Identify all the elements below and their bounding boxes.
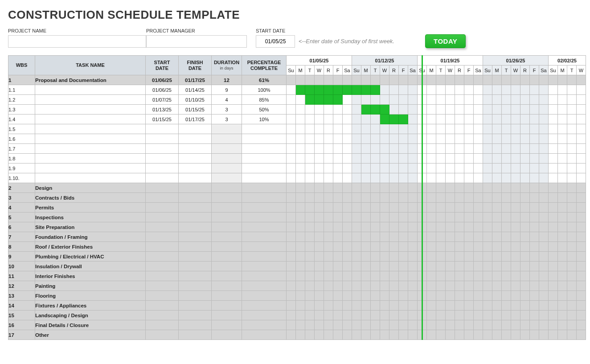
gantt-cell[interactable]	[352, 193, 361, 203]
gantt-cell[interactable]	[389, 232, 399, 242]
gantt-cell[interactable]	[361, 164, 371, 173]
gantt-cell[interactable]	[361, 330, 371, 340]
gantt-cell[interactable]	[333, 242, 343, 252]
gantt-cell[interactable]	[371, 134, 380, 144]
gantt-cell[interactable]	[324, 203, 333, 213]
gantt-cell[interactable]	[502, 301, 511, 311]
gantt-cell[interactable]	[305, 105, 315, 115]
cell-start[interactable]	[146, 173, 179, 183]
gantt-cell[interactable]	[296, 173, 305, 183]
gantt-cell[interactable]	[502, 95, 511, 105]
gantt-cell[interactable]	[558, 252, 567, 262]
gantt-cell[interactable]	[455, 203, 464, 213]
gantt-cell[interactable]	[287, 193, 296, 203]
gantt-cell[interactable]	[324, 330, 333, 340]
gantt-cell[interactable]	[324, 124, 333, 134]
gantt-cell[interactable]	[352, 213, 361, 222]
gantt-cell[interactable]	[502, 311, 511, 320]
gantt-cell[interactable]	[558, 232, 567, 242]
gantt-cell[interactable]	[511, 85, 520, 95]
gantt-cell[interactable]	[352, 183, 361, 193]
gantt-cell[interactable]	[408, 311, 418, 320]
gantt-cell[interactable]	[530, 183, 539, 193]
cell-start[interactable]	[146, 291, 179, 301]
table-row[interactable]: 5Inspections	[8, 213, 586, 222]
gantt-cell[interactable]	[567, 115, 577, 124]
gantt-cell[interactable]	[361, 281, 371, 291]
gantt-cell[interactable]	[492, 75, 502, 85]
gantt-cell[interactable]	[389, 291, 399, 301]
gantt-cell[interactable]	[315, 85, 324, 95]
gantt-cell[interactable]	[567, 203, 577, 213]
cell-finish[interactable]	[179, 252, 212, 262]
cell-finish[interactable]	[179, 124, 212, 134]
cell-start[interactable]	[146, 213, 179, 222]
gantt-cell[interactable]	[502, 115, 511, 124]
gantt-cell[interactable]	[380, 242, 389, 252]
cell-wbs[interactable]: 16	[8, 320, 35, 330]
gantt-cell[interactable]	[436, 262, 446, 271]
gantt-cell[interactable]	[361, 134, 371, 144]
gantt-cell[interactable]	[520, 330, 530, 340]
gantt-cell[interactable]	[549, 95, 558, 105]
cell-wbs[interactable]: 7	[8, 232, 35, 242]
gantt-cell[interactable]	[380, 311, 389, 320]
gantt-cell[interactable]	[446, 330, 455, 340]
gantt-cell[interactable]	[455, 262, 464, 271]
gantt-cell[interactable]	[305, 134, 315, 144]
gantt-cell[interactable]	[455, 183, 464, 193]
gantt-cell[interactable]	[549, 262, 558, 271]
gantt-cell[interactable]	[577, 85, 586, 95]
gantt-cell[interactable]	[549, 183, 558, 193]
gantt-cell[interactable]	[474, 213, 483, 222]
gantt-cell[interactable]	[380, 173, 389, 183]
gantt-cell[interactable]	[464, 144, 474, 154]
gantt-cell[interactable]	[389, 222, 399, 232]
project-name-input[interactable]	[8, 35, 146, 48]
gantt-cell[interactable]	[333, 311, 343, 320]
gantt-cell[interactable]	[371, 203, 380, 213]
gantt-cell[interactable]	[333, 183, 343, 193]
gantt-cell[interactable]	[520, 183, 530, 193]
gantt-cell[interactable]	[287, 232, 296, 242]
gantt-cell[interactable]	[324, 222, 333, 232]
gantt-cell[interactable]	[343, 154, 352, 164]
cell-percent[interactable]	[242, 291, 287, 301]
gantt-cell[interactable]	[361, 271, 371, 281]
gantt-cell[interactable]	[502, 213, 511, 222]
gantt-cell[interactable]	[333, 95, 343, 105]
gantt-cell[interactable]	[446, 154, 455, 164]
gantt-cell[interactable]	[492, 154, 502, 164]
gantt-cell[interactable]	[577, 203, 586, 213]
gantt-cell[interactable]	[436, 291, 446, 301]
gantt-cell[interactable]	[549, 301, 558, 311]
cell-start[interactable]	[146, 164, 179, 173]
gantt-cell[interactable]	[577, 291, 586, 301]
cell-percent[interactable]	[242, 183, 287, 193]
gantt-cell[interactable]	[539, 105, 549, 115]
gantt-cell[interactable]	[305, 320, 315, 330]
gantt-cell[interactable]	[539, 183, 549, 193]
table-row[interactable]: 10Insulation / Drywall	[8, 262, 586, 271]
cell-duration[interactable]	[212, 301, 242, 311]
gantt-cell[interactable]	[436, 213, 446, 222]
gantt-cell[interactable]	[483, 330, 492, 340]
gantt-cell[interactable]	[483, 193, 492, 203]
gantt-cell[interactable]	[511, 232, 520, 242]
table-row[interactable]: 1Proposal and Documentation01/06/2501/17…	[8, 75, 586, 85]
cell-percent[interactable]	[242, 124, 287, 134]
gantt-cell[interactable]	[558, 144, 567, 154]
gantt-cell[interactable]	[492, 311, 502, 320]
gantt-cell[interactable]	[492, 164, 502, 173]
gantt-cell[interactable]	[558, 330, 567, 340]
gantt-cell[interactable]	[549, 105, 558, 115]
cell-percent[interactable]	[242, 134, 287, 144]
gantt-cell[interactable]	[567, 124, 577, 134]
gantt-cell[interactable]	[492, 242, 502, 252]
gantt-cell[interactable]	[483, 320, 492, 330]
gantt-cell[interactable]	[399, 154, 408, 164]
cell-task[interactable]: Flooring	[35, 291, 146, 301]
table-row[interactable]: 17Other	[8, 330, 586, 340]
table-row[interactable]: 1.5	[8, 124, 586, 134]
gantt-cell[interactable]	[464, 173, 474, 183]
